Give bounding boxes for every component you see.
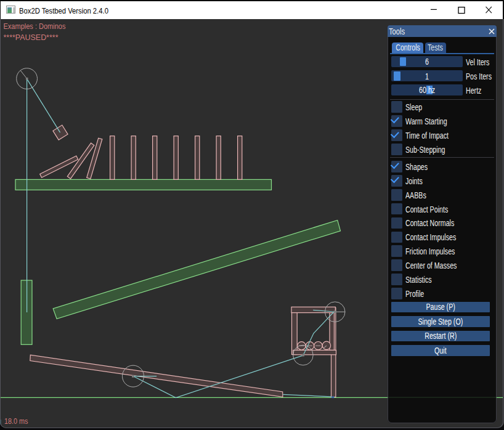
svg-text:Examples : Dominos: Examples : Dominos	[4, 22, 66, 31]
svg-text:18.0 ms: 18.0 ms	[4, 417, 28, 426]
svg-text:****PAUSED****: ****PAUSED****	[4, 33, 59, 42]
